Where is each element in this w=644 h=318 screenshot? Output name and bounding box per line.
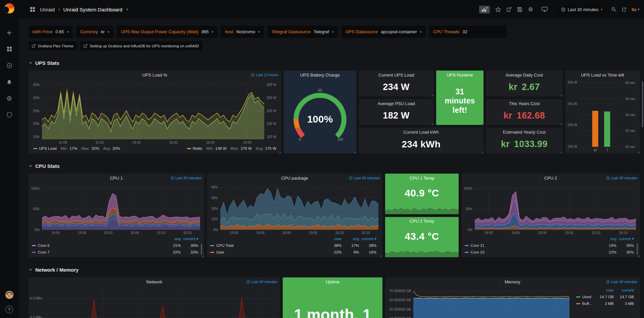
panel-title[interactable]: Memory xyxy=(505,279,520,284)
cost-stat-column: Average Daily Cost kr2.67 This Years Cos… xyxy=(486,71,562,153)
legend-series-core-21[interactable]: Core 21 xyxy=(465,243,599,247)
create-button[interactable] xyxy=(5,29,13,36)
panel-title[interactable]: CPU 1 xyxy=(110,176,123,181)
sidebar-item-server-admin[interactable] xyxy=(5,111,13,119)
main-area: Unraid › Unraid System Dashboard ▾ ⚙ Las… xyxy=(18,0,644,318)
user-avatar[interactable] xyxy=(5,290,13,300)
breadcrumb-dashboard-title[interactable]: Unraid System Dashboard xyxy=(63,7,123,12)
variable-telegraf-datasource[interactable]: Telegraf DatasourceTelegraf▾ xyxy=(268,26,338,38)
sidebar-item-dashboards[interactable] xyxy=(5,45,13,53)
legend-series-cpu-total[interactable]: CPU Total xyxy=(210,243,324,247)
battery-gauge xyxy=(284,79,356,153)
panel-title[interactable]: Current Load kWh xyxy=(404,130,439,135)
memory-graph[interactable] xyxy=(385,286,573,318)
variable-currency[interactable]: Currencykr▾ xyxy=(76,26,113,38)
legend-header-avg[interactable]: avg xyxy=(163,237,181,241)
legend-series-buffered[interactable]: Buffered xyxy=(576,302,594,306)
legend-series-used[interactable]: Used xyxy=(576,295,594,299)
help-button[interactable]: ? xyxy=(5,305,13,313)
cpu2-graph[interactable] xyxy=(461,182,640,235)
sidebar-item-configuration[interactable]: ⚙ xyxy=(5,95,13,102)
legend-header-current[interactable]: current xyxy=(614,288,634,292)
panel-title[interactable]: UPS Load % xyxy=(142,73,167,78)
panel-title[interactable]: Current UPS Load xyxy=(378,73,414,78)
legend-series-user[interactable]: User xyxy=(210,250,324,254)
save-button[interactable] xyxy=(517,7,522,12)
panel-title[interactable]: UPS Runtime xyxy=(447,73,473,78)
panel-title[interactable]: UPS Battery Charge xyxy=(300,73,340,78)
row-header-ups-stats[interactable]: UPS Stats xyxy=(29,59,640,66)
panel-title[interactable]: Uptime xyxy=(326,279,339,284)
dashboard-settings-button[interactable]: ⚙ xyxy=(528,7,533,12)
variable-host[interactable]: hostNostromo▾ xyxy=(221,26,264,38)
legend-series-core-6[interactable]: Core 6 xyxy=(32,243,163,247)
time-range-picker[interactable]: Last 30 minutes ▾ xyxy=(557,4,606,15)
sidebar-item-alerting[interactable] xyxy=(5,78,13,86)
legend-header-current[interactable]: current ▾ xyxy=(181,236,198,241)
panel-title[interactable]: CPU package xyxy=(281,176,308,181)
legend-series-ups-load[interactable]: UPS LoadMin:17%Max:32%Avg:20% xyxy=(33,146,120,150)
cycle-view-button[interactable] xyxy=(542,7,548,12)
star-icon xyxy=(495,7,501,12)
panel-title[interactable]: CPU 2 xyxy=(544,176,557,181)
row-header-network-memory[interactable]: Network / Memory xyxy=(29,266,640,273)
legend-series-core-7[interactable]: Core 7 xyxy=(32,250,163,254)
dashboard-link[interactable]: Setting up Grafana and InfluxDB for UPS … xyxy=(80,41,202,50)
page-scrollbar[interactable] xyxy=(642,81,643,127)
clock-icon xyxy=(606,176,610,180)
panel-title[interactable]: Average PSU Load xyxy=(378,101,415,106)
time-badge[interactable]: Last 30 minutes xyxy=(246,280,278,284)
sidebar-item-explore[interactable] xyxy=(5,62,13,69)
cpu-package-graph[interactable] xyxy=(207,182,382,235)
clock-icon xyxy=(606,280,610,284)
chevron-down-icon xyxy=(29,61,33,65)
links-row: Grafana Plex ThemeSetting up Grafana and… xyxy=(29,41,640,50)
refresh-button[interactable] xyxy=(622,7,627,12)
panel-title[interactable]: Network xyxy=(146,279,163,284)
panel-title[interactable]: This Years Cost xyxy=(509,101,540,106)
legend-scrollbar[interactable] xyxy=(637,243,638,255)
variable-cpu-threads[interactable]: CPU Threads32 xyxy=(429,26,506,38)
time-badge[interactable]: Last 30 minutes xyxy=(606,280,637,284)
panel-title[interactable]: CPU 2 Temp xyxy=(410,219,434,224)
dashboard-actions: ⚙ xyxy=(479,6,533,13)
dashboard-switcher-caret[interactable]: ▾ xyxy=(126,8,128,11)
refresh-interval-picker[interactable]: 5s▾ xyxy=(632,7,639,12)
panel-title[interactable]: CPU 1 Temp xyxy=(410,176,434,181)
share-button[interactable] xyxy=(506,7,512,12)
time-badge[interactable]: Last 12 hours xyxy=(251,73,278,77)
cpu1-graph[interactable] xyxy=(29,182,204,235)
ups-panels-row: UPS Load % Last 12 hours UPS LoadMin:17%… xyxy=(29,71,640,153)
dashboard-grid-icon[interactable] xyxy=(29,6,37,13)
legend-header-current[interactable]: current ▾ xyxy=(359,236,376,241)
variable-ups-max-output-power-capacity-watt-[interactable]: UPS Max Output Power Capacity (Watt)865▾ xyxy=(117,26,217,38)
graph-legend: UPS LoadMin:17%Max:32%Avg:20%WattsMin:14… xyxy=(29,145,281,153)
variable-ups-datasource[interactable]: UPS Datasourceapcupsd-container▾ xyxy=(341,26,425,38)
cpu-temp-column: CPU 1 Temp 40.9 °C CPU 2 Temp 43.4 °C xyxy=(385,174,458,257)
row-header-cpu-stats[interactable]: CPU Stats xyxy=(29,162,640,170)
legend-header-avg[interactable]: avg xyxy=(341,237,359,241)
star-button[interactable] xyxy=(495,7,501,12)
panel-title[interactable]: Estimated Yearly Cost xyxy=(503,130,546,135)
panel-title[interactable]: Average Daily Cost xyxy=(506,73,543,78)
zoom-out-button[interactable] xyxy=(611,7,616,12)
panel-title[interactable]: UPS Load vs Time left xyxy=(581,73,624,78)
legend-series-core-23[interactable]: Core 23 xyxy=(465,250,599,254)
legend-header-max[interactable]: max xyxy=(594,288,614,292)
add-panel-button[interactable] xyxy=(479,6,490,13)
external-link-icon xyxy=(32,44,36,48)
breadcrumb-folder[interactable]: Unraid xyxy=(40,7,55,12)
dashboard-link[interactable]: Grafana Plex Theme xyxy=(29,41,77,50)
ups-load-graph[interactable] xyxy=(29,79,281,145)
time-badge[interactable]: Last 30 minutes xyxy=(171,176,202,180)
grafana-logo[interactable] xyxy=(4,3,14,13)
legend-header-current[interactable]: current ▾ xyxy=(616,236,634,241)
variable-kwh-price[interactable]: kWh Price0.65▾ xyxy=(29,26,73,38)
legend-scrollbar[interactable] xyxy=(201,243,202,255)
legend-header-max[interactable]: max xyxy=(324,237,341,241)
time-badge[interactable]: Last 30 minutes xyxy=(606,176,637,180)
network-graph[interactable] xyxy=(29,286,280,318)
legend-header-avg[interactable]: avg xyxy=(599,237,616,241)
time-badge[interactable]: Last 30 minutes xyxy=(349,176,380,180)
legend-series-watts[interactable]: WattsMin:148 WMax:278 WAvg:175 W xyxy=(187,146,276,150)
